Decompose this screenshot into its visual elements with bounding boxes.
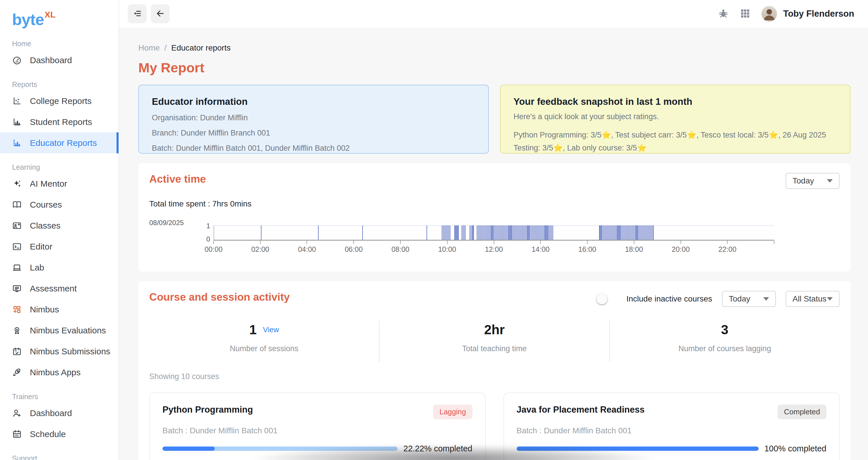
breadcrumb-home[interactable]: Home <box>138 43 160 53</box>
sidebar-item-student-reports[interactable]: Student Reports <box>0 112 119 132</box>
sidebar-item-ai-mentor[interactable]: AI Mentor <box>0 173 119 194</box>
activity-bar <box>604 225 604 240</box>
x-tick-mark <box>587 241 588 244</box>
view-sessions-link[interactable]: View <box>263 325 279 334</box>
activity-bar <box>535 225 536 240</box>
breadcrumb-current: Educator reports <box>171 43 230 53</box>
apps-menu-button[interactable] <box>740 8 751 20</box>
sidebar-item-lab[interactable]: Lab <box>0 257 119 278</box>
activity-bar <box>487 225 488 240</box>
activity-bar <box>427 225 427 240</box>
x-tick-mark <box>213 241 214 244</box>
activity-bar <box>634 225 634 240</box>
bug-icon <box>718 8 729 20</box>
sidebar-item-label: Student Reports <box>30 117 92 127</box>
activity-bar <box>483 225 483 240</box>
active-time-range-select[interactable]: Today <box>786 173 840 189</box>
course-status-select[interactable]: All Status <box>786 291 840 307</box>
activity-bar <box>486 225 487 240</box>
activity-bar <box>613 225 614 240</box>
course-batch: Batch : Dunder Mifflin Batch 001 <box>162 426 472 435</box>
sidebar-section-trainers: Trainers <box>12 393 119 401</box>
sidebar-item-courses[interactable]: Courses <box>0 194 119 215</box>
activity-bar <box>536 225 537 240</box>
activity-bar <box>538 225 539 240</box>
x-tick-mark <box>260 241 260 244</box>
activity-bar <box>509 225 510 240</box>
activity-bar <box>465 225 466 240</box>
sidebar-item-nimbus-submissions[interactable]: Nimbus Submissions <box>0 341 119 362</box>
activity-bar <box>549 225 550 240</box>
sidebar-item-trainer-dashboard[interactable]: Dashboard <box>0 403 119 424</box>
sidebar-item-nimbus-apps[interactable]: Nimbus Apps <box>0 362 119 383</box>
brand-logo[interactable]: byteXL <box>0 0 119 30</box>
activity-bar <box>508 225 508 240</box>
activity-bar <box>526 225 526 240</box>
course-date-select[interactable]: Today <box>722 291 776 307</box>
progress-track <box>162 447 398 451</box>
user-menu[interactable]: Toby Flenderson <box>762 6 854 22</box>
top-cards-row: Educator information Organisation: Dunde… <box>138 85 850 154</box>
activity-bar <box>632 225 632 240</box>
activity-bar <box>635 225 636 240</box>
feedback-snapshot-card: Your feedback snapshot in last 1 month H… <box>500 85 850 154</box>
collapse-sidebar-button[interactable] <box>128 4 147 23</box>
back-button[interactable] <box>151 4 169 23</box>
active-time-range-value: Today <box>793 176 814 185</box>
chart-x-axis: 00:0002:0004:0006:0008:0010:0012:0014:00… <box>214 241 774 258</box>
feedback-ratings: Python Programming: 3/5⭐, Test subject c… <box>514 129 837 154</box>
activity-bar <box>603 225 603 240</box>
course-card-java[interactable]: Java for Placement Readiness Completed B… <box>503 393 840 460</box>
activity-bar <box>505 225 505 240</box>
sidebar-item-dashboard[interactable]: Dashboard <box>0 50 119 71</box>
course-batch: Batch : Dunder Mifflin Batch 001 <box>517 426 827 435</box>
sidebar-item-college-reports[interactable]: College Reports <box>0 90 119 112</box>
sidebar-item-label: Nimbus <box>30 305 59 314</box>
sidebar-item-label: AI Mentor <box>30 179 67 189</box>
app-root: byteXL Home Dashboard Reports College Re… <box>0 0 868 460</box>
include-inactive-toggle[interactable] <box>598 295 615 303</box>
activity-bar <box>501 225 502 240</box>
sidebar-item-nimbus[interactable]: Nimbus <box>0 299 119 320</box>
sidebar-item-schedule[interactable]: Schedule <box>0 424 119 444</box>
topbar: Toby Flenderson <box>119 0 868 28</box>
bar-chart-icon <box>12 138 22 148</box>
activity-bar <box>489 225 490 240</box>
x-tick-label: 00:00 <box>205 245 223 253</box>
sidebar-item-educator-reports[interactable]: Educator Reports <box>0 132 119 153</box>
sidebar-item-editor[interactable]: Editor <box>0 236 119 257</box>
educator-info-card: Educator information Organisation: Dunde… <box>138 85 489 154</box>
course-title: Python Programming <box>162 405 253 415</box>
sidebar-item-classes[interactable]: Classes <box>0 215 119 236</box>
educator-batch: Batch: Dunder Mifflin Batch 001, Dunder … <box>152 144 475 153</box>
bug-report-button[interactable] <box>718 8 729 20</box>
activity-bar <box>506 225 506 240</box>
course-date-value: Today <box>729 294 750 304</box>
course-title: Java for Placement Readiness <box>517 405 645 415</box>
activity-bar <box>485 225 485 240</box>
activity-bar <box>503 225 504 240</box>
activity-bar <box>498 225 498 240</box>
active-time-chart: 08/09/2025 1 0 00:0002:0004:0006:0008:00… <box>149 216 840 262</box>
activity-bar <box>513 225 514 240</box>
activity-bar <box>646 225 646 240</box>
activity-bar <box>639 225 640 240</box>
sidebar-item-label: Editor <box>30 242 52 251</box>
chart-plot: 1 0 <box>214 225 774 240</box>
activity-bar <box>520 225 520 240</box>
stat-teaching-time: 2hr Total teaching time <box>379 321 609 362</box>
sidebar-item-nimbus-evaluations[interactable]: Nimbus Evaluations <box>0 320 119 341</box>
activity-bar <box>645 225 645 240</box>
course-card-python[interactable]: Python Programming Lagging Batch : Dunde… <box>149 393 486 460</box>
x-tick-mark <box>494 241 494 244</box>
page-title: My Report <box>138 60 850 75</box>
sidebar-item-label: College Reports <box>30 96 92 106</box>
activity-bar <box>546 225 546 240</box>
sidebar-item-assessment[interactable]: Assessment <box>0 278 119 299</box>
activity-bar <box>442 225 442 240</box>
activity-bar <box>615 225 616 240</box>
back-arrow-icon <box>155 9 165 19</box>
activity-bar <box>619 225 619 240</box>
activity-bar <box>623 225 623 240</box>
activity-bar <box>492 225 492 240</box>
